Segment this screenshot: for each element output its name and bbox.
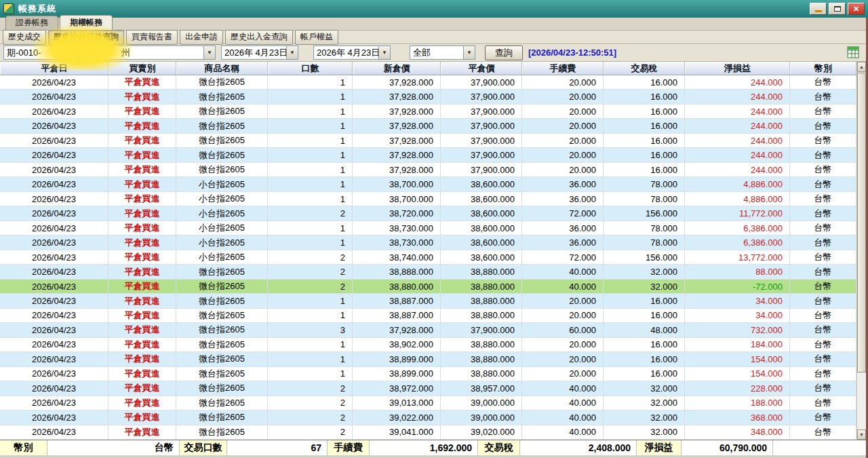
cell-close-date: 2026/04/23 bbox=[0, 134, 108, 147]
cell-fee: 40.000 bbox=[522, 411, 604, 424]
table-header: 平倉日買賣別商品名稱口數新倉價平倉價手續費交易稅淨損益幣別 bbox=[0, 62, 856, 75]
scroll-up-icon[interactable]: ▲ bbox=[857, 62, 866, 72]
table-row[interactable]: 2026/04/23平倉買進微台指2605138,899.00038,880.0… bbox=[0, 352, 856, 366]
table-row[interactable]: 2026/04/23平倉買進微台指2605137,928.00037,900.0… bbox=[0, 90, 856, 104]
table-row[interactable]: 2026/04/23平倉買進微台指2605238,888.00038,880.0… bbox=[0, 265, 856, 279]
table-row[interactable]: 2026/04/23平倉買進微台指2605137,928.00037,900.0… bbox=[0, 134, 856, 148]
table-row[interactable]: 2026/04/23平倉買進微台指2605137,928.00037,900.0… bbox=[0, 75, 856, 90]
filter-select[interactable]: 全部 ▼ bbox=[410, 45, 475, 60]
table-row[interactable]: 2026/04/23平倉買進微台指2605137,928.00037,900.0… bbox=[0, 119, 856, 133]
tab-account-equity[interactable]: 帳戶權益 bbox=[295, 30, 338, 45]
cell-net-pnl: 13,772.000 bbox=[685, 250, 790, 264]
tab-history-offset-pnl-query[interactable]: 歷史沖銷損益查詢 bbox=[48, 30, 124, 45]
table-row[interactable]: 2026/04/23平倉買進微台指2605138,902.00038,880.0… bbox=[0, 338, 856, 352]
table-row[interactable]: 2026/04/23平倉買進微台指2605238,880.00038,880.0… bbox=[0, 280, 856, 294]
cell-net-pnl: 732.000 bbox=[685, 323, 790, 337]
date-to-select[interactable]: 2026年 4月23日 ▼ bbox=[313, 45, 391, 60]
cell-tax: 16.000 bbox=[604, 119, 685, 132]
titlebar: 帳務系統 ✕ bbox=[0, 0, 868, 18]
cell-close-price: 37,900.000 bbox=[441, 163, 522, 176]
table-row[interactable]: 2026/04/23平倉買進小台指2605138,700.00038,600.0… bbox=[0, 192, 856, 206]
cell-open-price: 37,928.000 bbox=[353, 119, 441, 132]
column-header-4[interactable]: 新倉價 bbox=[353, 62, 441, 75]
tab-history-fills[interactable]: 歷史成交 bbox=[3, 30, 46, 45]
table-row[interactable]: 2026/04/23平倉買進微台指2605239,041.00039,020.0… bbox=[0, 425, 856, 440]
close-button[interactable]: ✕ bbox=[848, 3, 865, 15]
cell-tax: 32.000 bbox=[604, 265, 685, 278]
cell-product: 微台指2605 bbox=[176, 134, 268, 147]
secondary-tabs: 歷史成交歷史沖銷損益查詢買賣報告書出金申請歷史出入金查詢帳戶權益 bbox=[0, 31, 868, 44]
scroll-down-icon[interactable]: ▼ bbox=[857, 430, 866, 440]
tab-securities-accounting[interactable]: 證券帳務 bbox=[5, 16, 58, 30]
cell-tax: 16.000 bbox=[604, 90, 685, 103]
cell-close-price: 38,957.000 bbox=[441, 381, 522, 395]
tab-futures-accounting[interactable]: 期權帳務 bbox=[60, 15, 113, 30]
table-row[interactable]: 2026/04/23平倉買進微台指2605137,928.00037,900.0… bbox=[0, 163, 856, 177]
column-header-7[interactable]: 交易稅 bbox=[604, 62, 685, 75]
cell-currency: 台幣 bbox=[790, 104, 856, 118]
column-header-5[interactable]: 平倉價 bbox=[441, 62, 522, 75]
cell-close-price: 37,900.000 bbox=[441, 148, 522, 161]
dropdown-arrow-icon[interactable]: ▼ bbox=[203, 46, 215, 59]
vertical-scrollbar[interactable]: ▲ ▼ bbox=[856, 62, 866, 440]
export-excel-button[interactable] bbox=[846, 45, 861, 60]
cell-open-price: 37,928.000 bbox=[353, 104, 441, 118]
column-header-0[interactable]: 平倉日 bbox=[0, 62, 108, 75]
date-from-select[interactable]: 2026年 4月23日 ▼ bbox=[221, 45, 298, 60]
cell-close-price: 38,880.000 bbox=[441, 309, 522, 322]
dropdown-arrow-icon[interactable]: ▼ bbox=[463, 46, 475, 59]
column-header-2[interactable]: 商品名稱 bbox=[176, 62, 268, 75]
tab-trade-report[interactable]: 買賣報告書 bbox=[126, 30, 178, 45]
cell-qty: 2 bbox=[268, 250, 353, 264]
cell-side: 平倉買進 bbox=[108, 192, 176, 206]
cell-qty: 1 bbox=[268, 148, 353, 161]
table-row[interactable]: 2026/04/23平倉買進小台指2605238,720.00038,600.0… bbox=[0, 206, 856, 221]
cell-currency: 台幣 bbox=[790, 250, 856, 264]
account-select[interactable]: 期-0010-州 ▼ bbox=[3, 45, 216, 60]
table-row[interactable]: 2026/04/23平倉買進微台指2605138,887.00038,880.0… bbox=[0, 309, 856, 323]
table-row[interactable]: 2026/04/23平倉買進微台指2605137,928.00037,900.0… bbox=[0, 104, 856, 119]
tab-history-cash-flow-query[interactable]: 歷史出入金查詢 bbox=[225, 30, 293, 45]
dropdown-arrow-icon[interactable]: ▼ bbox=[286, 46, 298, 59]
column-header-8[interactable]: 淨損益 bbox=[685, 62, 790, 75]
column-header-9[interactable]: 幣別 bbox=[790, 62, 856, 75]
cell-tax: 32.000 bbox=[604, 425, 685, 439]
table-row[interactable]: 2026/04/23平倉買進微台指2605239,022.00039,000.0… bbox=[0, 411, 856, 425]
table-row[interactable]: 2026/04/23平倉買進小台指2605138,730.00038,600.0… bbox=[0, 235, 856, 250]
cell-close-price: 37,900.000 bbox=[441, 323, 522, 337]
table-row[interactable]: 2026/04/23平倉買進小台指2605138,730.00038,600.0… bbox=[0, 221, 856, 235]
dropdown-arrow-icon[interactable]: ▼ bbox=[378, 46, 390, 59]
cell-open-price: 38,887.000 bbox=[353, 309, 441, 322]
cell-qty: 1 bbox=[268, 221, 353, 235]
table-row[interactable]: 2026/04/23平倉買進微台指2605337,928.00037,900.0… bbox=[0, 323, 856, 337]
window-bottom-frame bbox=[0, 455, 868, 458]
cell-open-price: 37,928.000 bbox=[353, 134, 441, 147]
window-controls: ✕ bbox=[810, 3, 865, 15]
table-row[interactable]: 2026/04/23平倉買進小台指2605238,740.00038,600.0… bbox=[0, 250, 856, 265]
table-row[interactable]: 2026/04/23平倉買進微台指2605239,013.00039,000.0… bbox=[0, 396, 856, 411]
maximize-button[interactable] bbox=[829, 3, 846, 15]
tab-withdrawal-request[interactable]: 出金申請 bbox=[180, 30, 223, 45]
column-header-3[interactable]: 口數 bbox=[268, 62, 353, 75]
cell-tax: 156.000 bbox=[604, 206, 685, 220]
table-row[interactable]: 2026/04/23平倉買進微台指2605138,899.00038,880.0… bbox=[0, 367, 856, 381]
cell-tax: 78.000 bbox=[604, 235, 685, 249]
column-header-1[interactable]: 買賣別 bbox=[108, 62, 176, 75]
table-row[interactable]: 2026/04/23平倉買進微台指2605138,887.00038,880.0… bbox=[0, 294, 856, 308]
scrollbar-thumb[interactable] bbox=[857, 73, 866, 373]
cell-product: 微台指2605 bbox=[176, 338, 268, 351]
cell-side: 平倉買進 bbox=[108, 323, 176, 337]
cell-close-date: 2026/04/23 bbox=[0, 104, 108, 118]
table-row[interactable]: 2026/04/23平倉買進微台指2605137,928.00037,900.0… bbox=[0, 148, 856, 162]
minimize-button[interactable] bbox=[810, 3, 827, 15]
cell-open-price: 37,928.000 bbox=[353, 148, 441, 161]
cell-close-date: 2026/04/23 bbox=[0, 411, 108, 424]
table-row[interactable]: 2026/04/23平倉買進微台指2605238,972.00038,957.0… bbox=[0, 381, 856, 396]
cell-qty: 2 bbox=[268, 265, 353, 278]
cell-side: 平倉買進 bbox=[108, 381, 176, 395]
cell-net-pnl: 184.000 bbox=[685, 338, 790, 351]
query-button[interactable]: 查詢 bbox=[485, 45, 523, 60]
cell-currency: 台幣 bbox=[790, 338, 856, 351]
column-header-6[interactable]: 手續費 bbox=[522, 62, 604, 75]
table-row[interactable]: 2026/04/23平倉買進小台指2605138,700.00038,600.0… bbox=[0, 177, 856, 191]
